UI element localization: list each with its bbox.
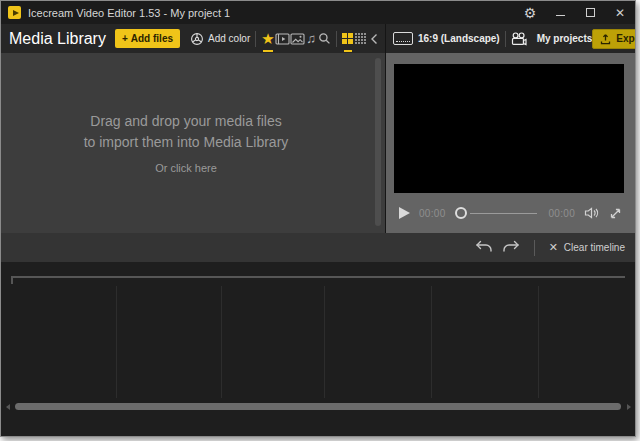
filter-images-tab[interactable] — [290, 24, 305, 53]
timeline-scrollbar[interactable] — [1, 402, 635, 412]
my-projects-button[interactable]: My projects — [511, 32, 593, 46]
small-grid-icon — [355, 33, 366, 44]
dropzone-text: Drag and drop your media files to import… — [1, 111, 371, 174]
star-icon: ★ — [261, 31, 274, 46]
timeline-separator — [221, 286, 222, 398]
view-large-grid-button[interactable] — [342, 24, 355, 53]
aspect-ratio-button[interactable]: 16:9 (Landscape) — [418, 33, 500, 44]
large-grid-icon — [342, 33, 353, 44]
color-wheel-icon — [190, 32, 204, 46]
upload-icon — [600, 33, 611, 45]
add-color-button[interactable]: Add color — [190, 32, 250, 46]
top-toolbar: Media Library + Add files Add color ★ — [1, 24, 635, 53]
timeline-separator — [431, 286, 432, 398]
seek-slider[interactable] — [455, 207, 540, 220]
dropzone-line2: to import them into Media Library — [1, 132, 371, 153]
dropzone-line1: Drag and drop your media files — [1, 111, 371, 132]
search-button[interactable] — [318, 24, 331, 53]
export-video-button[interactable]: Export video — [592, 29, 636, 49]
app-window: Icecream Video Editor 1.53 - My project … — [0, 0, 636, 437]
dropzone-click-link[interactable]: Or click here — [1, 162, 371, 174]
timeline-separator — [324, 286, 325, 398]
filter-favorites-tab[interactable]: ★ — [261, 24, 274, 53]
view-small-grid-button[interactable] — [354, 24, 367, 53]
filter-videos-tab[interactable] — [275, 24, 290, 53]
plus-icon: + — [122, 33, 128, 44]
fullscreen-button[interactable] — [609, 207, 622, 220]
total-time: 00:00 — [548, 208, 575, 219]
volume-button[interactable] — [584, 206, 600, 220]
project-toolbar: 16:9 (Landscape) My projects — [386, 24, 636, 53]
window-title: Icecream Video Editor 1.53 - My project … — [28, 7, 230, 19]
scroll-left-icon[interactable] — [6, 404, 10, 410]
redo-button[interactable] — [502, 240, 520, 255]
timeline-ruler — [11, 276, 625, 278]
movie-camera-icon — [511, 32, 527, 46]
divider — [336, 31, 337, 47]
divider — [534, 240, 535, 256]
settings-gear-icon[interactable]: ⚙ — [515, 1, 545, 24]
timeline-separator — [538, 286, 539, 398]
filter-audio-tab[interactable]: ♫ — [305, 24, 318, 53]
window-controls: ⚙ ✕ — [515, 1, 635, 24]
current-time: 00:00 — [419, 208, 446, 219]
close-button[interactable]: ✕ — [605, 1, 635, 24]
clear-timeline-button[interactable]: ✕ Clear timeline — [549, 241, 625, 254]
maximize-button[interactable] — [575, 1, 605, 24]
undo-button[interactable] — [475, 240, 493, 255]
music-note-icon: ♫ — [306, 31, 316, 46]
main-area: Drag and drop your media files to import… — [1, 53, 635, 233]
search-icon — [318, 32, 331, 45]
titlebar: Icecream Video Editor 1.53 - My project … — [1, 1, 635, 24]
minimize-button[interactable] — [545, 1, 575, 24]
timeline-toolbar: ✕ Clear timeline — [1, 233, 635, 262]
video-preview[interactable] — [394, 64, 624, 193]
media-library-title: Media Library — [9, 30, 106, 48]
timeline-area[interactable] — [1, 262, 635, 436]
video-clip-icon — [275, 33, 290, 45]
timeline-separator — [116, 286, 117, 398]
scrollbar-thumb[interactable] — [15, 403, 621, 410]
collapse-panel-button[interactable] — [367, 24, 380, 53]
divider — [505, 31, 506, 47]
play-button[interactable] — [399, 207, 410, 219]
divider — [255, 31, 256, 47]
playback-controls: 00:00 00:00 — [386, 193, 635, 233]
seek-track — [470, 213, 538, 214]
chevron-left-icon — [369, 32, 379, 46]
media-library-toolbar: Media Library + Add files Add color ★ — [1, 24, 386, 53]
library-scrollbar[interactable] — [375, 58, 381, 226]
seek-handle[interactable] — [455, 207, 467, 219]
aspect-ratio-icon — [393, 32, 413, 45]
app-logo-icon — [8, 6, 21, 19]
add-files-button[interactable]: + Add files — [115, 29, 180, 48]
media-dropzone[interactable]: Drag and drop your media files to import… — [1, 53, 386, 233]
preview-panel: 00:00 00:00 — [386, 53, 635, 233]
image-icon — [290, 33, 305, 45]
clear-x-icon: ✕ — [549, 241, 558, 254]
scroll-right-icon[interactable] — [627, 404, 631, 410]
